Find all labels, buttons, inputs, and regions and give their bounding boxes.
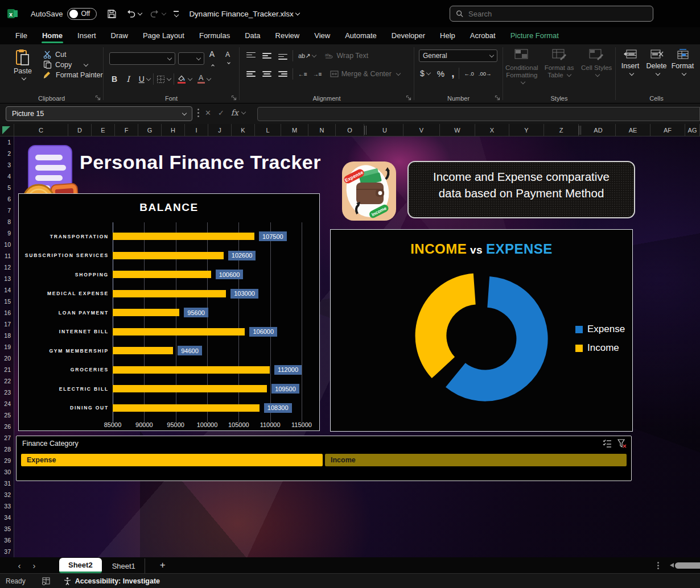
formula-bar-grip[interactable]	[197, 109, 199, 110]
note-box[interactable]: Income and Expense comparative data base…	[407, 161, 635, 218]
column-header-U[interactable]: U	[367, 124, 403, 136]
row-header-8[interactable]: 8	[0, 216, 14, 227]
tab-view[interactable]: View	[307, 28, 337, 44]
doughnut-chart[interactable]	[410, 266, 553, 408]
sheet-canvas[interactable]: 1234567891011121314151617181920212223242…	[0, 136, 700, 557]
name-box-chevron[interactable]	[182, 111, 187, 115]
align-top-icon[interactable]	[246, 52, 256, 60]
page-title[interactable]: Personal Finance Tracker	[80, 151, 321, 173]
sheet-tab-sheet1[interactable]: Sheet1	[103, 558, 145, 573]
column-header-Z[interactable]: Z	[544, 124, 579, 136]
column-header-X[interactable]: X	[475, 124, 509, 136]
add-sheet-button[interactable]: +	[160, 560, 166, 571]
copy-button[interactable]: Copy	[43, 60, 103, 69]
currency-format-button[interactable]: $	[420, 69, 425, 78]
row-header-32[interactable]: 32	[0, 489, 14, 500]
legend-item-income[interactable]: Income	[575, 342, 625, 354]
bar-groceries[interactable]	[113, 366, 270, 374]
multi-select-icon[interactable]	[602, 439, 612, 448]
row-header-14[interactable]: 14	[0, 284, 14, 296]
row-header-18[interactable]: 18	[0, 330, 14, 341]
row-header-3[interactable]: 3	[0, 159, 14, 171]
row-headers[interactable]: 1234567891011121314151617181920212223242…	[0, 136, 14, 557]
row-header-6[interactable]: 6	[0, 193, 14, 205]
comma-format-button[interactable]: ,	[451, 71, 454, 76]
column-header-E[interactable]: E	[92, 124, 115, 136]
borders-dropdown-chevron[interactable]	[167, 76, 171, 81]
column-header-AG[interactable]: AG	[685, 124, 700, 136]
row-header-28[interactable]: 28	[0, 444, 14, 455]
column-header-AF[interactable]: AF	[650, 124, 685, 136]
decrease-indent-icon[interactable]: ←≡	[298, 71, 307, 77]
income-expense-chart[interactable]: INCOME vs EXPENSE ExpenseIncome	[330, 229, 633, 432]
row-header-29[interactable]: 29	[0, 455, 14, 466]
bar-subscription-services[interactable]	[113, 252, 224, 259]
save-icon[interactable]	[107, 9, 117, 19]
shrink-font-button[interactable]: A	[225, 51, 234, 67]
row-header-35[interactable]: 35	[0, 523, 14, 535]
fill-color-button[interactable]	[177, 75, 186, 84]
undo-dropdown-chevron[interactable]	[138, 11, 142, 15]
bar-gym-membership[interactable]	[113, 347, 173, 354]
column-header-J[interactable]: J	[208, 124, 232, 136]
slicer-button-expense[interactable]: Expense	[21, 454, 323, 466]
accessibility-icon[interactable]	[63, 577, 72, 585]
column-header-N[interactable]: N	[308, 124, 336, 136]
row-header-16[interactable]: 16	[0, 307, 14, 318]
align-left-icon[interactable]	[246, 71, 256, 78]
tab-acrobat[interactable]: Acrobat	[463, 28, 503, 44]
clipboard-dialog-launcher[interactable]	[95, 95, 101, 101]
row-header-25[interactable]: 25	[0, 409, 14, 421]
row-header-7[interactable]: 7	[0, 205, 14, 216]
clear-filter-icon[interactable]	[617, 439, 627, 448]
number-dialog-launcher[interactable]	[495, 95, 500, 101]
row-header-23[interactable]: 23	[0, 387, 14, 398]
row-header-17[interactable]: 17	[0, 318, 14, 330]
bold-button[interactable]: B	[112, 74, 117, 84]
search-box[interactable]	[450, 6, 653, 22]
row-header-21[interactable]: 21	[0, 364, 14, 375]
document-title[interactable]: Dynamic Finance_Tracker.xlsx	[189, 10, 299, 18]
align-bottom-icon[interactable]	[278, 52, 287, 60]
font-size-combo[interactable]	[178, 52, 204, 65]
orientation-icon[interactable]: ab↗	[298, 52, 310, 60]
undo-button[interactable]	[126, 9, 142, 18]
decrease-decimal-button[interactable]: .00→	[479, 71, 492, 77]
italic-button[interactable]: I	[126, 74, 130, 84]
tab-draw[interactable]: Draw	[104, 28, 135, 44]
fill-color-dropdown-chevron[interactable]	[188, 76, 192, 81]
insert-function-button[interactable]: fx	[231, 108, 238, 117]
column-header-AD[interactable]: AD	[581, 124, 616, 136]
tab-home[interactable]: Home	[35, 28, 70, 44]
tab-insert[interactable]: Insert	[70, 28, 104, 44]
tab-data[interactable]: Data	[237, 28, 267, 44]
macro-icon[interactable]	[42, 577, 51, 585]
tab-developer[interactable]: Developer	[384, 28, 433, 44]
row-header-9[interactable]: 9	[0, 227, 14, 239]
row-header-34[interactable]: 34	[0, 512, 14, 523]
row-header-31[interactable]: 31	[0, 478, 14, 489]
column-header-F[interactable]: F	[115, 124, 138, 136]
row-header-22[interactable]: 22	[0, 375, 14, 387]
underline-dropdown-chevron[interactable]	[146, 76, 151, 81]
tab-picture-format[interactable]: Picture Format	[503, 28, 566, 44]
name-box[interactable]: Picture 15	[6, 106, 192, 121]
font-dialog-launcher[interactable]	[231, 95, 237, 101]
bar-electric-bill[interactable]	[113, 385, 267, 392]
align-center-icon[interactable]	[262, 71, 271, 78]
paste-button[interactable]: Paste	[8, 49, 38, 81]
quick-access-toolbar-chevron[interactable]	[174, 11, 179, 16]
tab-formulas[interactable]: Formulas	[192, 28, 237, 44]
bar-loan-payment[interactable]	[113, 309, 179, 316]
bar-internet-bill[interactable]	[113, 328, 245, 336]
row-header-37[interactable]: 37	[0, 546, 14, 557]
underline-button[interactable]: U	[139, 74, 145, 84]
bar-dining-out[interactable]	[113, 404, 260, 412]
row-header-27[interactable]: 27	[0, 432, 14, 444]
excel-logo-icon[interactable]: x	[7, 8, 18, 19]
column-header-AE[interactable]: AE	[616, 124, 650, 136]
formula-input[interactable]	[257, 107, 700, 121]
fx-chevron[interactable]	[241, 110, 246, 114]
format-painter-button[interactable]: Format Painter	[43, 71, 103, 79]
autosave-toggle[interactable]: Off	[67, 8, 97, 20]
